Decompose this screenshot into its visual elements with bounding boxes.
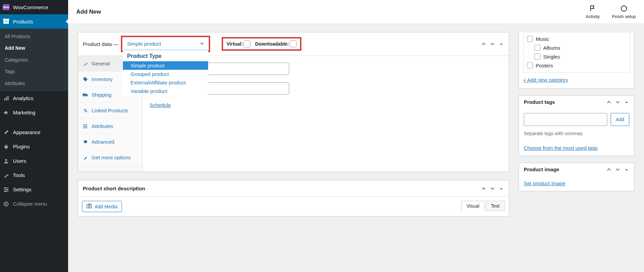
finish-setup-label: Finish setup	[612, 14, 636, 19]
tab-get-more[interactable]: Get more options	[78, 150, 142, 165]
sidebar-item-woocommerce[interactable]: Woo WooCommerce	[0, 0, 68, 14]
virtual-checkbox-wrap[interactable]: Virtual:	[226, 41, 250, 47]
svg-point-24	[89, 206, 90, 207]
truck-icon	[83, 92, 88, 98]
plug-icon	[3, 143, 10, 150]
product-image-header: Product image	[519, 163, 634, 176]
product-type-select[interactable]: Simple product	[123, 38, 208, 50]
schedule-link[interactable]: Schedule	[150, 102, 171, 108]
product-type-selected: Simple product	[127, 41, 161, 47]
virtual-label: Virtual:	[226, 41, 243, 47]
sidebar-item-appearance[interactable]: Appearance	[0, 125, 68, 140]
sidebar-label: Settings	[13, 187, 31, 192]
svg-point-25	[90, 204, 92, 205]
add-media-button[interactable]: Add Media	[82, 201, 122, 212]
add-new-category-link[interactable]: + Add new category	[523, 73, 568, 84]
tag-hint: Separate tags with commas	[524, 131, 629, 136]
svg-point-12	[5, 191, 6, 192]
dropdown-option-external[interactable]: External/Affiliate product	[123, 78, 208, 87]
tag-add-button[interactable]: Add	[611, 113, 629, 126]
dropdown-option-simple[interactable]: Simple product	[123, 61, 208, 70]
sidebar-sub-all-products[interactable]: All Products	[0, 31, 68, 42]
tab-advanced[interactable]: Advanced	[78, 134, 142, 150]
svg-rect-1	[3, 19, 9, 20]
topbar-actions: Activity Finish setup	[586, 4, 636, 19]
product-tags-box: Product tags Add Separate tags with comm…	[519, 95, 634, 156]
megaphone-icon	[3, 109, 10, 116]
move-up-icon[interactable]	[606, 167, 612, 172]
category-checkbox[interactable]	[527, 36, 533, 42]
move-down-icon[interactable]	[490, 41, 495, 47]
short-description-title: Product short description	[83, 186, 145, 191]
downloadable-checkbox-wrap[interactable]: Downloadable:	[255, 41, 297, 47]
downloadable-checkbox[interactable]	[290, 41, 297, 47]
sidebar-item-users[interactable]: Users	[0, 154, 68, 168]
sidebar-sub-add-new[interactable]: Add New	[0, 42, 68, 54]
virtual-checkbox[interactable]	[244, 41, 250, 47]
choose-tags-link[interactable]: Choose from the most used tags	[524, 145, 598, 151]
svg-point-10	[4, 187, 6, 189]
list-icon	[83, 124, 88, 129]
editor-tab-text[interactable]: Text	[486, 201, 505, 211]
product-image-title: Product image	[524, 166, 559, 172]
move-down-icon[interactable]	[490, 186, 495, 191]
camera-icon	[87, 203, 92, 210]
sidebar-item-products[interactable]: Products	[0, 14, 68, 29]
toggle-panel-icon[interactable]	[499, 41, 504, 47]
toggle-panel-icon[interactable]	[624, 167, 629, 172]
move-up-icon[interactable]	[606, 99, 612, 105]
toggle-panel-icon[interactable]	[624, 99, 629, 105]
finish-setup-button[interactable]: Finish setup	[612, 4, 636, 19]
sidebar-item-tools[interactable]: Tools	[0, 168, 68, 182]
move-down-icon[interactable]	[615, 99, 621, 105]
sidebar-label: Tools	[13, 172, 25, 178]
category-checkbox[interactable]	[527, 62, 533, 68]
sidebar-sub-tags[interactable]: Tags	[0, 66, 68, 77]
short-description-body: Add Media Visual Text	[78, 197, 509, 216]
category-checkbox[interactable]	[534, 45, 540, 51]
set-product-image-link[interactable]: Set product image	[524, 180, 565, 186]
product-tags-title: Product tags	[524, 99, 555, 105]
toggle-panel-icon[interactable]	[499, 186, 504, 191]
activity-button[interactable]: Activity	[586, 4, 600, 19]
tab-attributes[interactable]: Attributes	[78, 118, 142, 134]
svg-point-15	[84, 78, 84, 78]
move-up-icon[interactable]	[481, 186, 486, 191]
product-image-body: Set product image	[519, 176, 634, 191]
sidebar-item-marketing[interactable]: Marketing	[0, 106, 68, 120]
editor-tab-visual[interactable]: Visual	[461, 201, 484, 211]
product-data-box: Product data — Simple product Product Ty…	[78, 32, 509, 172]
dropdown-option-variable[interactable]: Variable product	[123, 87, 208, 95]
sidebar-label: Users	[13, 158, 26, 164]
sidebar-sub-categories[interactable]: Categories	[0, 54, 68, 66]
category-list[interactable]: Music Albums Singles Posters	[523, 32, 630, 73]
panel-controls	[481, 186, 504, 191]
move-down-icon[interactable]	[615, 167, 621, 172]
sidebar-label: Appearance	[13, 129, 41, 135]
sidebar-collapse[interactable]: Collapse menu	[0, 197, 68, 211]
move-up-icon[interactable]	[481, 41, 486, 47]
sidebar-sub-attributes[interactable]: Attributes	[0, 78, 68, 89]
sidebar-item-plugins[interactable]: Plugins	[0, 140, 68, 154]
svg-point-18	[86, 95, 88, 97]
category-item-music[interactable]: Music	[525, 34, 628, 43]
category-item-posters[interactable]: Posters	[525, 61, 628, 70]
tab-linked[interactable]: Linked Products	[78, 103, 142, 118]
svg-rect-5	[7, 96, 9, 100]
tag-input[interactable]	[524, 113, 607, 126]
activity-label: Activity	[586, 14, 600, 19]
woocommerce-icon: Woo	[3, 4, 10, 11]
svg-rect-4	[6, 97, 7, 100]
svg-rect-20	[83, 126, 87, 127]
short-description-header: Product short description	[78, 180, 509, 197]
dropdown-option-grouped[interactable]: Grouped product	[123, 70, 208, 78]
category-item-singles[interactable]: Singles	[525, 52, 628, 61]
wrench-icon	[3, 172, 10, 179]
wrench-icon	[83, 61, 88, 66]
sidebar-item-settings[interactable]: Settings	[0, 182, 68, 197]
category-checkbox[interactable]	[534, 53, 540, 60]
add-media-label: Add Media	[95, 204, 117, 209]
short-description-box: Product short description Add Media Visu…	[78, 180, 509, 217]
sidebar-item-analytics[interactable]: Analytics	[0, 91, 68, 106]
category-item-albums[interactable]: Albums	[525, 43, 628, 52]
